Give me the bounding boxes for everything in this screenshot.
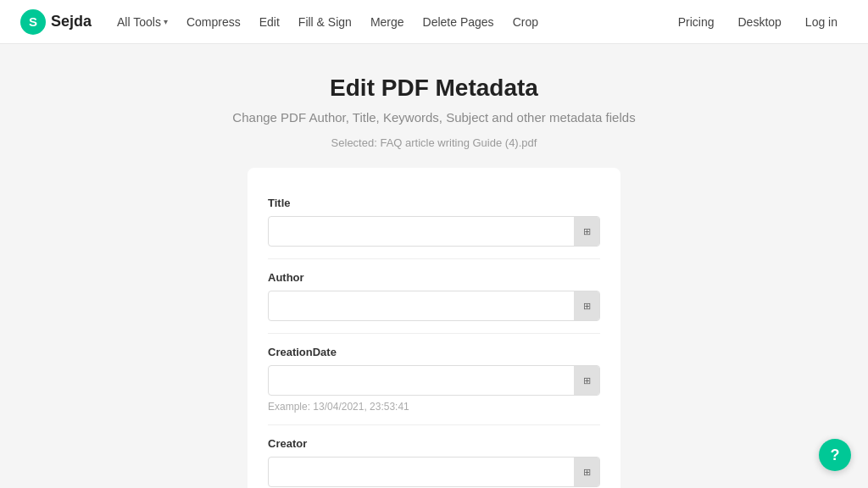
creator-expand-icon[interactable]: ⊞ (574, 458, 599, 486)
field-author: Author ⊞ (268, 259, 600, 334)
creation-date-expand-icon[interactable]: ⊞ (574, 366, 599, 395)
title-expand-icon[interactable]: ⊞ (574, 217, 599, 246)
main-content: Edit PDF Metadata Change PDF Author, Tit… (0, 44, 868, 488)
nav-desktop[interactable]: Desktop (727, 10, 791, 34)
field-title-wrapper: ⊞ (268, 216, 600, 247)
nav-item-compress[interactable]: Compress (178, 10, 249, 34)
form-container: Title ⊞ Author ⊞ CreationDate ⊞ Example:… (248, 168, 620, 488)
creator-input[interactable] (269, 459, 574, 485)
logo[interactable]: S Sejda (20, 9, 92, 35)
field-author-label: Author (268, 271, 600, 284)
field-creator-wrapper: ⊞ (268, 457, 600, 487)
field-creation-date-wrapper: ⊞ (268, 365, 600, 396)
nav-item-crop[interactable]: Crop (504, 10, 547, 34)
field-title-label: Title (268, 197, 600, 209)
page-title: Edit PDF Metadata (330, 75, 538, 102)
creation-date-hint: Example: 13/04/2021, 23:53:41 (268, 401, 600, 413)
nav-item-fill-sign[interactable]: Fill & Sign (290, 10, 360, 34)
creation-date-input[interactable] (269, 368, 574, 394)
field-creation-date-label: CreationDate (268, 346, 600, 358)
nav-pricing[interactable]: Pricing (668, 10, 725, 34)
selected-file: Selected: FAQ article writing Guide (4).… (331, 136, 537, 149)
field-title: Title ⊞ (268, 185, 600, 259)
page-subtitle: Change PDF Author, Title, Keywords, Subj… (232, 110, 635, 125)
author-input[interactable] (269, 293, 574, 319)
nav-item-edit[interactable]: Edit (251, 10, 288, 34)
logo-icon: S (20, 9, 46, 35)
nav-item-merge[interactable]: Merge (362, 10, 413, 34)
chevron-down-icon: ▾ (164, 17, 168, 26)
nav-links: All Tools ▾ Compress Edit Fill & Sign Me… (108, 10, 668, 34)
nav-right: Pricing Desktop Log in (668, 10, 848, 34)
nav-item-delete-pages[interactable]: Delete Pages (415, 10, 503, 34)
brand-name: Sejda (51, 13, 92, 30)
title-input[interactable] (269, 219, 574, 245)
field-creation-date: CreationDate ⊞ Example: 13/04/2021, 23:5… (268, 334, 600, 425)
nav-item-all-tools[interactable]: All Tools ▾ (108, 10, 176, 34)
field-author-wrapper: ⊞ (268, 291, 600, 321)
nav-login[interactable]: Log in (795, 10, 848, 34)
author-expand-icon[interactable]: ⊞ (574, 291, 599, 320)
field-creator-label: Creator (268, 437, 600, 450)
field-creator: Creator ⊞ (268, 425, 600, 488)
help-button[interactable]: ? (819, 439, 851, 471)
navbar: S Sejda All Tools ▾ Compress Edit Fill &… (0, 0, 868, 44)
